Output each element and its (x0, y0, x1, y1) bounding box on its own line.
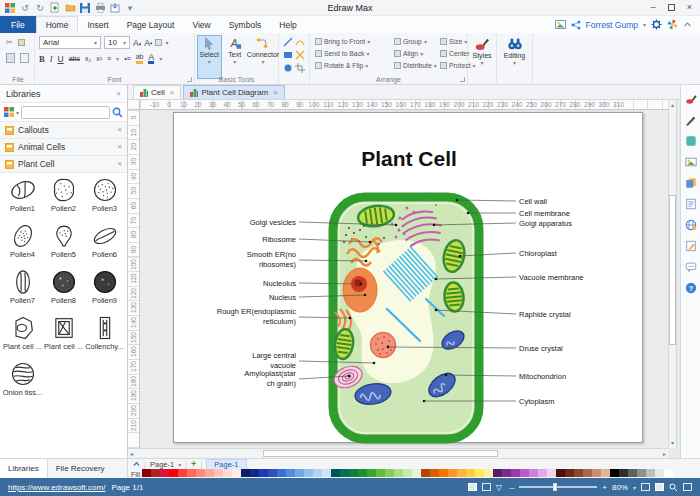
color-swatch-7a2a8e[interactable] (502, 469, 511, 477)
styles-button[interactable]: Styles▾ (468, 36, 496, 66)
grid-view-icon[interactable] (683, 483, 692, 491)
color-swatch-e4a8ec[interactable] (538, 469, 547, 477)
document-page[interactable]: Plant Cell (173, 112, 643, 443)
color-swatch-ff6a5a[interactable] (187, 469, 196, 477)
menu-tab-page-layout[interactable]: Page Layout (118, 16, 184, 33)
share-icon[interactable] (571, 20, 581, 30)
select-tool-button[interactable]: Select▾ (197, 35, 222, 79)
fit-page-icon[interactable] (641, 483, 650, 491)
font-family-select[interactable]: Arial▾ (39, 36, 101, 49)
diagram-label-chloroplast[interactable]: Chloroplast (519, 249, 558, 258)
library-item-plant-cell-9[interactable]: Plant cell ... (2, 314, 43, 360)
insert-picture-icon[interactable] (555, 20, 566, 29)
color-swatch-4a1010[interactable] (556, 469, 565, 477)
increase-font-icon[interactable]: A▴ (133, 38, 141, 48)
diagram-label-mitochondrion[interactable]: Mitochondrion (519, 372, 566, 381)
diagram-label-cell-membrane[interactable]: Cell membrane (519, 209, 570, 218)
color-swatch-ffc4bb[interactable] (214, 469, 223, 477)
subscript-button[interactable]: x₂ (85, 55, 91, 62)
library-panel-icon[interactable] (685, 177, 697, 189)
vertical-scrollbar-thumb[interactable] (669, 195, 676, 345)
redo-icon[interactable]: ↻ (34, 2, 46, 14)
magnifier-icon[interactable] (669, 483, 678, 492)
print-icon[interactable] (94, 2, 106, 14)
color-swatch-ffa99c[interactable] (205, 469, 214, 477)
color-swatch-ffb340[interactable] (457, 469, 466, 477)
close-icon[interactable]: × (273, 89, 278, 97)
color-swatch-1f9030[interactable] (358, 469, 367, 477)
color-swatch-0b1f66[interactable] (241, 469, 250, 477)
color-swatch-4f8fe0[interactable] (286, 469, 295, 477)
website-link[interactable]: https://www.edrawsoft.com/ (8, 483, 105, 492)
color-swatch-fff3a0[interactable] (484, 469, 493, 477)
library-section-plant-cell[interactable]: Plant Cell× (0, 156, 127, 173)
vertical-scrollbar[interactable]: ▴ ▾ (668, 100, 677, 448)
menu-tab-symbols[interactable]: Symbols (220, 16, 271, 33)
diagram-label-rough-er-endoplasmic-reticulum[interactable]: Rough ER(endoplasmicreticulum) (217, 307, 297, 326)
highlight-icon[interactable] (155, 39, 162, 46)
hyperlink-globe-icon[interactable] (685, 219, 697, 231)
diagram-label-large-central-vacuole[interactable]: Large centralvacuole (252, 351, 296, 370)
pinwheel-icon[interactable] (667, 19, 678, 30)
arrange-align[interactable]: Align▾ (394, 47, 437, 59)
minimize-button[interactable]: – (651, 3, 656, 12)
zoom-in-button[interactable]: + (602, 483, 607, 492)
note-panel-icon[interactable] (685, 198, 697, 210)
color-swatch-00555a[interactable] (331, 469, 340, 477)
color-swatch-f07800[interactable] (439, 469, 448, 477)
arrange-bring-to-front[interactable]: Bring to Front▾ (315, 35, 370, 47)
diagram-label-nucleus[interactable]: Nucleus (269, 293, 296, 302)
arrange-rotate-flip[interactable]: Rotate & Flip▾ (315, 59, 370, 71)
editing-button[interactable]: Editing▾ (497, 36, 532, 66)
color-swatch-9a3aae[interactable] (511, 469, 520, 477)
diagram-label-vacuole-membrane[interactable]: Vacuole membrane (519, 273, 583, 282)
fullscreen-view-icon[interactable] (482, 483, 491, 491)
copy-icon[interactable] (20, 53, 29, 63)
connector-tool-button[interactable]: Connector▾ (248, 35, 278, 79)
library-item-onion-tiss-12[interactable]: Onion tiss... (2, 360, 43, 406)
menu-tab-file[interactable]: File (0, 16, 36, 33)
maximize-button[interactable] (668, 4, 675, 11)
account-dropdown-icon[interactable]: ▾ (643, 21, 646, 28)
document-edit-icon[interactable] (685, 240, 697, 252)
color-swatch-c89070[interactable] (592, 469, 601, 477)
menu-tab-view[interactable]: View (183, 16, 219, 33)
color-swatch-dc143c[interactable] (160, 469, 169, 477)
qat-dropdown-icon[interactable]: ▾ (124, 2, 136, 14)
color-swatch-ffeeea[interactable] (232, 469, 241, 477)
color-swatch-6fa8e8[interactable] (295, 469, 304, 477)
diagram-label-raphide-crystal[interactable]: Raphide crystal (519, 310, 571, 319)
bullet-list-icon[interactable]: •≡ (124, 55, 131, 62)
close-icon[interactable]: × (117, 143, 122, 151)
superscript-button[interactable]: x² (96, 55, 102, 62)
menu-tab-help[interactable]: Help (270, 16, 305, 33)
cell-body[interactable] (333, 197, 479, 439)
library-item-plant-cell-10[interactable]: Plant cell ... (43, 314, 84, 360)
diagram-label-golgi-vesicles[interactable]: Golgi vesicles (250, 218, 297, 227)
panel-tab-file-recovery[interactable]: File Recovery (48, 459, 113, 478)
color-swatch-1c39bb[interactable] (259, 469, 268, 477)
zoom-level[interactable]: 80% (612, 483, 628, 492)
picture-panel-icon[interactable] (685, 156, 697, 168)
color-swatch-ff0000[interactable] (169, 469, 178, 477)
page-nav-dropdown-icon[interactable]: ▾ (178, 461, 181, 468)
color-swatch-ffffff[interactable] (664, 469, 673, 477)
library-item-pollen9-8[interactable]: Pollen9 (84, 268, 125, 314)
color-swatch-ffdcd6[interactable] (223, 469, 232, 477)
arrange-dialog-launcher[interactable] (460, 77, 465, 82)
color-swatch-ff8c7a[interactable] (196, 469, 205, 477)
library-grid-icon[interactable] (4, 107, 14, 117)
collapse-pages-icon[interactable] (133, 461, 140, 467)
color-swatch-8a4a2a[interactable] (574, 469, 583, 477)
library-section-callouts[interactable]: Callouts× (0, 122, 127, 139)
color-swatch-000000[interactable] (610, 469, 619, 477)
bold-button[interactable]: B (39, 54, 45, 64)
color-swatch-102a8c[interactable] (250, 469, 259, 477)
color-swatch-d080dc[interactable] (529, 469, 538, 477)
library-item-pollen1-0[interactable]: Pollen1 (2, 176, 43, 222)
horizontal-scrollbar-thumb[interactable] (263, 450, 498, 457)
nucleus[interactable] (343, 268, 377, 312)
normal-view-icon[interactable] (468, 483, 477, 491)
cut-icon[interactable]: ✂ (6, 37, 13, 47)
color-swatch-2a52be[interactable] (268, 469, 277, 477)
